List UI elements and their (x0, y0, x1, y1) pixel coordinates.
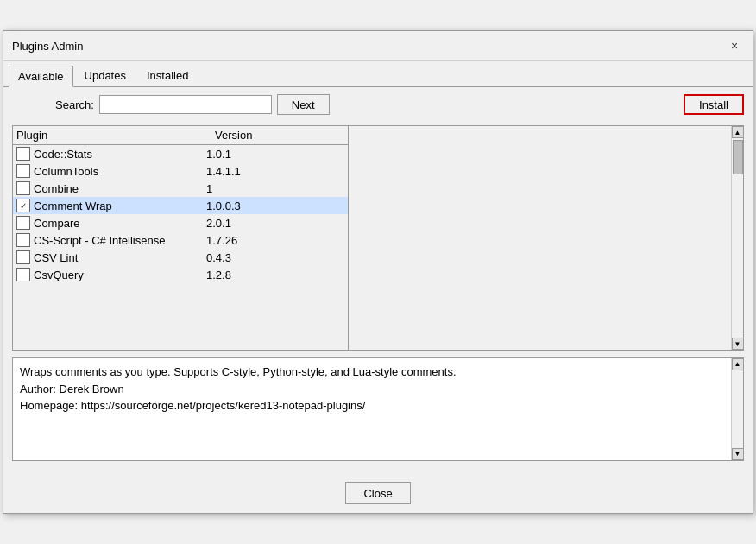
column-header-plugin: Plugin (16, 129, 215, 142)
plugin-checkbox[interactable] (16, 268, 30, 281)
table-body: Code::Stats 1.0.1 ColumnTools 1.4.1.1 Co… (13, 145, 348, 350)
footer: Close (3, 473, 753, 513)
right-panel: ▲ ▼ (349, 125, 744, 351)
table-row[interactable]: ✓ Comment Wrap 1.0.0.3 (13, 197, 348, 214)
desc-scroll-up[interactable]: ▲ (732, 358, 744, 370)
window-close-button[interactable]: × (725, 36, 744, 55)
plugin-name: Code::Stats (34, 148, 206, 161)
search-input[interactable] (99, 95, 272, 114)
table-row[interactable]: Code::Stats 1.0.1 (13, 145, 348, 162)
tab-updates[interactable]: Updates (75, 65, 135, 86)
plugin-version: 0.4.3 (206, 251, 293, 264)
next-button[interactable]: Next (277, 94, 330, 115)
desc-scrollbar: ▲ ▼ (731, 358, 743, 460)
plugin-version: 2.0.1 (206, 217, 293, 230)
plugin-checkbox[interactable] (16, 250, 30, 264)
table-row[interactable]: CsvQuery 1.2.8 (13, 266, 348, 283)
plugin-checkbox[interactable]: ✓ (16, 199, 30, 212)
tab-installed[interactable]: Installed (137, 65, 198, 86)
plugin-name: Compare (34, 217, 206, 230)
plugin-version: 1 (206, 182, 293, 195)
plugins-admin-dialog: Plugins Admin × Available Updates Instal… (3, 30, 753, 514)
table-row[interactable]: CSV Lint 0.4.3 (13, 249, 348, 266)
table-row[interactable]: CS-Script - C# Intellisense 1.7.26 (13, 231, 348, 249)
scroll-up-arrow[interactable]: ▲ (732, 126, 744, 138)
plugin-name: CSV Lint (34, 251, 206, 264)
plugin-checkbox[interactable] (16, 147, 30, 161)
main-area: Plugin Version Code::Stats 1.0.1 ColumnT… (12, 125, 744, 351)
plugin-checkbox[interactable] (16, 181, 30, 195)
plugin-checkbox[interactable] (16, 164, 30, 178)
dialog-title: Plugins Admin (12, 40, 83, 53)
plugin-version: 1.4.1.1 (206, 165, 293, 178)
table-row[interactable]: ColumnTools 1.4.1.1 (13, 162, 348, 180)
description-box: Wraps comments as you type. Supports C-s… (12, 357, 744, 461)
scroll-down-arrow[interactable]: ▼ (732, 338, 744, 350)
close-dialog-button[interactable]: Close (345, 482, 410, 504)
right-scrollbar: ▲ ▼ (731, 126, 743, 350)
plugin-version: 1.2.8 (206, 269, 293, 281)
plugin-name: CS-Script - C# Intellisense (34, 234, 206, 247)
plugin-table: Plugin Version Code::Stats 1.0.1 ColumnT… (12, 125, 349, 351)
column-header-version: Version (215, 129, 301, 142)
install-button[interactable]: Install (684, 94, 744, 115)
scroll-thumb[interactable] (733, 140, 743, 174)
search-label: Search: (55, 98, 94, 111)
plugin-checkbox[interactable] (16, 216, 30, 230)
plugin-version: 1.0.1 (206, 148, 293, 161)
desc-scroll-down[interactable]: ▼ (732, 448, 744, 460)
plugin-name: ColumnTools (34, 165, 206, 178)
plugin-version: 1.7.26 (206, 234, 293, 247)
search-row: Search: Next Install (12, 94, 744, 115)
plugin-checkbox[interactable] (16, 233, 30, 247)
title-bar: Plugins Admin × (3, 31, 753, 61)
table-row[interactable]: Compare 2.0.1 (13, 214, 348, 231)
plugin-name: Comment Wrap (34, 199, 206, 212)
tab-bar: Available Updates Installed (3, 61, 753, 86)
table-row[interactable]: Combine 1 (13, 180, 348, 197)
tab-available[interactable]: Available (9, 66, 73, 87)
plugin-name: CsvQuery (34, 269, 206, 281)
plugin-version: 1.0.0.3 (206, 199, 293, 212)
description-text: Wraps comments as you type. Supports C-s… (20, 365, 457, 412)
table-header: Plugin Version (13, 126, 348, 145)
dialog-content: Search: Next Install Plugin Version Code… (3, 86, 753, 468)
plugin-name: Combine (34, 182, 206, 195)
